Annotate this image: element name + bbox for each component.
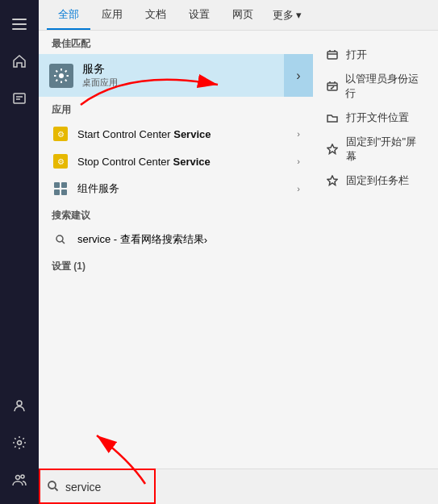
action-open[interactable]: 打开 [325,43,426,67]
tab-bar: 全部 应用 文档 设置 网页 更多 ▾ [39,0,438,31]
action-open-folder[interactable]: 打开文件位置 [325,106,426,130]
component-services-label: 组件服务 [77,181,297,196]
service-icon [48,63,74,89]
best-match-arrow[interactable]: › [284,54,313,97]
suggestions-header: 搜索建议 [39,202,313,226]
sidebar-contact-icon[interactable] [3,82,35,115]
svg-rect-0 [12,19,27,20]
search-suggest-item[interactable]: service - 查看网络搜索结果 › [39,226,313,253]
component-services-chevron: › [297,184,300,194]
svg-point-8 [59,73,64,78]
svg-rect-2 [12,28,27,30]
sidebar-home-icon[interactable] [3,45,35,77]
tab-settings[interactable]: 设置 [177,1,221,30]
settings-empty-area [39,277,313,325]
admin-icon [325,81,339,92]
start-service-chevron: › [297,129,300,139]
search-bar-icon [47,480,59,494]
stop-service-chevron: › [297,156,300,166]
action-open-folder-label: 打开文件位置 [346,110,409,125]
action-admin[interactable]: 以管理员身份运行 [325,67,426,106]
action-admin-label: 以管理员身份运行 [345,72,426,101]
svg-rect-10 [61,182,67,188]
search-suggest-label: service - 查看网络搜索结果 [77,232,204,247]
best-match-header: 最佳匹配 [39,31,313,54]
apps-header: 应用 [39,97,313,120]
action-pin-start-label: 固定到"开始"屏幕 [346,135,426,164]
search-suggest-chevron: › [204,234,207,246]
svg-point-13 [56,235,63,242]
tab-web[interactable]: 网页 [221,1,265,30]
sidebar-menu-icon[interactable] [3,8,35,40]
svg-rect-3 [14,94,25,103]
start-service-label: Start Control Center Service [77,128,297,140]
content-area: 最佳匹配 服务 桌面应用 › [39,31,438,469]
svg-rect-15 [327,83,337,90]
sidebar-users-icon[interactable] [3,464,35,496]
best-match-text: 服务 桌面应用 [82,62,303,89]
svg-rect-12 [61,190,67,195]
left-panel: 最佳匹配 服务 桌面应用 › [39,31,313,469]
stop-service-label: Stop Control Center Service [77,156,297,168]
action-pin-start[interactable]: 固定到"开始"屏幕 [325,130,426,169]
list-item-stop-service[interactable]: ⚙ Stop Control Center Service › [39,148,313,175]
settings-header: 设置 (1) [39,253,313,277]
open-icon [325,49,340,60]
svg-point-5 [18,441,22,445]
action-open-label: 打开 [346,48,367,62]
svg-point-16 [48,481,56,489]
svg-point-4 [17,401,22,406]
tab-docs[interactable]: 文档 [134,1,177,30]
search-input[interactable] [65,481,430,494]
best-match-title: 服务 [82,62,303,77]
start-service-icon: ⚙ [52,125,69,143]
tab-apps[interactable]: 应用 [90,1,134,30]
action-pin-taskbar[interactable]: 固定到任务栏 [325,169,426,193]
list-item-start-service[interactable]: ⚙ Start Control Center Service › [39,120,313,148]
pin-taskbar-icon [325,175,340,186]
tab-more[interactable]: 更多 ▾ [265,2,310,29]
stop-service-icon: ⚙ [52,152,69,170]
tab-all[interactable]: 全部 [47,1,90,30]
sidebar-settings-icon[interactable] [3,427,35,459]
search-suggest-icon [52,231,69,248]
svg-point-6 [16,476,20,480]
svg-point-7 [21,475,24,478]
component-services-icon [52,180,69,198]
svg-rect-9 [54,182,60,188]
best-match-subtitle: 桌面应用 [82,77,303,89]
main-panel: 全部 应用 文档 设置 网页 更多 ▾ 最佳匹配 [39,0,438,504]
svg-rect-1 [12,23,27,25]
sidebar-person-icon[interactable] [3,389,35,422]
action-pin-taskbar-label: 固定到任务栏 [346,173,409,188]
list-item-component-services[interactable]: 组件服务 › [39,175,313,202]
svg-rect-11 [54,190,60,195]
search-bar [39,469,438,504]
pin-start-icon [325,144,340,155]
right-panel: 打开 以管理员身份运行 [313,31,438,469]
svg-rect-14 [327,52,337,59]
sidebar [0,0,39,504]
best-match-item[interactable]: 服务 桌面应用 › [39,54,313,97]
folder-icon [325,112,340,123]
